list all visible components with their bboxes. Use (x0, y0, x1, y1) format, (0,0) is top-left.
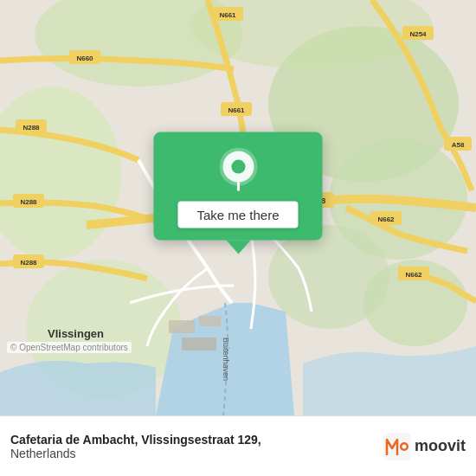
svg-rect-31 (169, 320, 195, 333)
svg-text:Buitenhaven: Buitenhaven (222, 338, 230, 381)
svg-rect-33 (182, 338, 216, 351)
app: A58 N661 N661 N660 N254 A58 N288 (0, 0, 476, 476)
svg-rect-32 (199, 316, 221, 326)
svg-text:N660: N660 (76, 55, 93, 62)
svg-text:A58: A58 (452, 141, 465, 149)
popup-box: Take me there (153, 132, 322, 241)
osm-attribution: © OpenStreetMap contributors (7, 342, 132, 353)
take-me-there-button[interactable]: Take me there (177, 202, 298, 228)
svg-text:Vlissingen: Vlissingen (48, 327, 104, 340)
location-info: Cafetaria de Ambacht, Vlissingsestraat 1… (10, 433, 383, 460)
map-container: A58 N661 N661 N660 N254 A58 N288 (0, 0, 476, 415)
svg-point-41 (402, 444, 406, 448)
moovit-logo: moovit (383, 433, 466, 460)
svg-text:N661: N661 (219, 11, 236, 19)
svg-text:N661: N661 (228, 106, 245, 114)
svg-text:N288: N288 (20, 198, 37, 206)
svg-point-38 (231, 160, 245, 174)
moovit-logo-text: moovit (415, 437, 466, 455)
location-country: Netherlands (10, 447, 383, 460)
bottom-bar: Cafetaria de Ambacht, Vlissingsestraat 1… (0, 415, 476, 476)
svg-text:N662: N662 (377, 215, 395, 223)
svg-text:N662: N662 (405, 271, 422, 279)
svg-text:N288: N288 (20, 259, 37, 267)
location-name: Cafetaria de Ambacht, Vlissingsestraat 1… (10, 433, 383, 447)
svg-text:N254: N254 (409, 30, 427, 38)
popup-triangle (226, 241, 250, 254)
svg-text:N288: N288 (23, 124, 40, 132)
location-pin-icon (219, 148, 257, 193)
moovit-icon (383, 433, 411, 460)
popup-overlay: Take me there (153, 132, 322, 254)
